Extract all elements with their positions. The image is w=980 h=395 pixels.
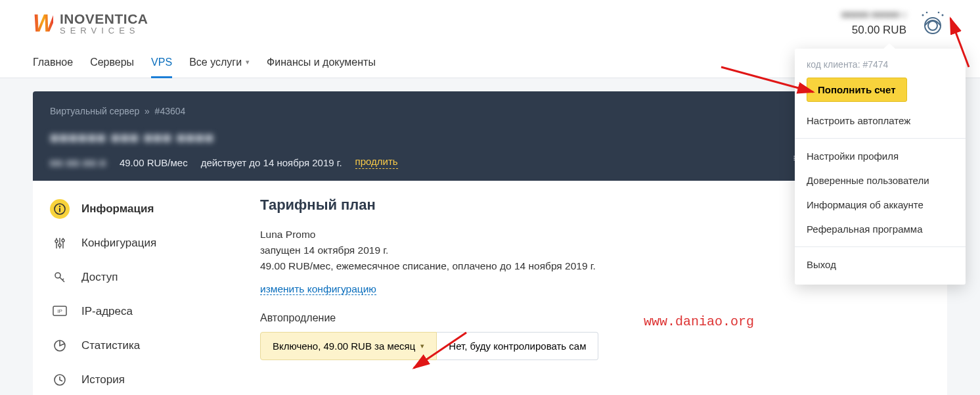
- svg-point-2: [922, 14, 924, 16]
- svg-text:IP: IP: [57, 308, 62, 314]
- dd-autopay[interactable]: Настроить автоплатеж: [795, 108, 966, 133]
- svg-point-13: [58, 244, 61, 246]
- server-ip: ■■.■■.■■.■: [50, 157, 106, 168]
- header-user-area: ■■■■■ ■■■■■ v 50.00 RUB: [841, 8, 947, 39]
- autorenewal-segmented: Включено, 49.00 RUB за месяц ▾ Нет, буду…: [260, 332, 930, 360]
- side-information[interactable]: Информация: [50, 197, 260, 221]
- nav-left: Главное Серверы VPS Все услуги ▾ Финансы…: [33, 47, 376, 78]
- nav-vps[interactable]: VPS: [151, 47, 172, 78]
- topup-button[interactable]: Пополнить счет: [807, 78, 907, 102]
- crumb-parent[interactable]: Виртуальный сервер: [50, 106, 139, 116]
- side-statistics[interactable]: Статистика: [50, 333, 260, 358]
- user-balance: 50.00 RUB: [841, 22, 906, 39]
- logo-text: INOVENTICA SERVICES: [60, 12, 148, 35]
- side-access[interactable]: Доступ: [50, 265, 260, 290]
- annotation-arrow-icon: [407, 327, 473, 380]
- annotation-arrow-icon: [943, 13, 980, 72]
- svg-line-22: [721, 67, 813, 92]
- svg-line-17: [62, 279, 64, 280]
- svg-rect-8: [59, 208, 60, 212]
- nav-main[interactable]: Главное: [33, 47, 73, 78]
- dd-account-info[interactable]: Информация об аккаунте: [795, 193, 966, 217]
- crumb-id: #43604: [155, 106, 186, 116]
- dd-logout[interactable]: Выход: [795, 252, 966, 277]
- side-ip-addresses[interactable]: IP IP-адреса: [50, 299, 260, 324]
- clock-icon: [50, 370, 70, 390]
- prolong-link[interactable]: продлить: [355, 156, 398, 169]
- sidebar-item-label: Информация: [81, 202, 154, 216]
- svg-point-3: [926, 11, 928, 13]
- autorenewal-label: Автопродление: [260, 312, 930, 324]
- side-history[interactable]: История: [50, 367, 260, 392]
- watermark-text: www.daniao.org: [644, 314, 754, 329]
- key-icon: [50, 267, 70, 287]
- svg-point-7: [59, 206, 60, 207]
- divider: [795, 138, 966, 139]
- sidebar-item-label: IP-адреса: [81, 305, 133, 318]
- svg-line-23: [950, 18, 969, 67]
- side-nav: Информация Конфигурация Доступ IP IP-адр…: [50, 197, 260, 392]
- change-config-link[interactable]: изменить конфигурацию: [260, 283, 376, 295]
- dd-profile-settings[interactable]: Настройки профиля: [795, 144, 966, 168]
- nav-all-services[interactable]: Все услуги ▾: [189, 47, 250, 78]
- pie-chart-icon: [50, 336, 70, 356]
- logo-mark-icon: W: [33, 10, 53, 37]
- svg-point-1: [928, 21, 937, 30]
- sliders-icon: [50, 233, 70, 253]
- svg-line-24: [414, 333, 466, 368]
- svg-point-12: [55, 240, 58, 243]
- nav-servers[interactable]: Серверы: [90, 47, 134, 78]
- svg-point-15: [55, 273, 60, 278]
- chevron-down-icon: ▾: [246, 58, 250, 66]
- user-block[interactable]: ■■■■■ ■■■■■ v 50.00 RUB: [841, 8, 906, 39]
- server-price: 49.00 RUB/мес: [120, 157, 188, 168]
- divider: [795, 246, 966, 247]
- dd-referral[interactable]: Реферальная программа: [795, 217, 966, 241]
- annotation-arrow-icon: [716, 54, 821, 100]
- dd-trusted-users[interactable]: Доверенные пользователи: [795, 168, 966, 193]
- svg-point-14: [62, 239, 64, 242]
- svg-point-4: [938, 11, 940, 13]
- sidebar-item-label: Статистика: [81, 339, 140, 352]
- info-icon: [50, 199, 70, 219]
- sidebar-item-label: Конфигурация: [81, 237, 156, 250]
- logo[interactable]: W INOVENTICA SERVICES: [33, 10, 148, 37]
- ip-icon: IP: [50, 302, 70, 321]
- nav-finance[interactable]: Финансы и документы: [267, 47, 376, 78]
- sidebar-item-label: Доступ: [81, 271, 118, 284]
- user-name: ■■■■■ ■■■■■ v: [841, 8, 906, 22]
- side-configuration[interactable]: Конфигурация: [50, 231, 260, 256]
- server-valid-until: действует до 14 ноября 2019 г.: [201, 157, 342, 168]
- sidebar-item-label: История: [81, 373, 125, 386]
- header-bar: W INOVENTICA SERVICES ■■■■■ ■■■■■ v 50.0…: [0, 0, 980, 47]
